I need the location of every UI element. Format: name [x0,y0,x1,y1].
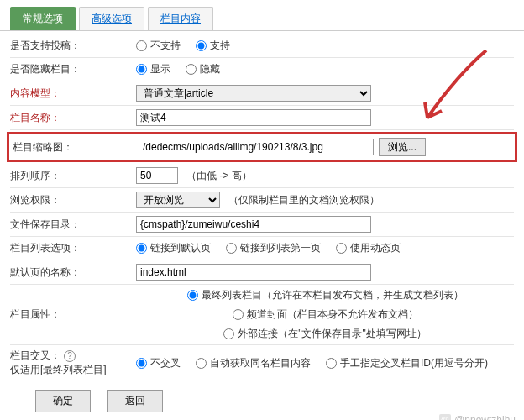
tab-content-link[interactable]: 栏目内容 [160,13,201,24]
input-thumb[interactable] [139,139,374,155]
input-default[interactable] [136,264,371,281]
radio-show[interactable]: 显示 [136,62,170,76]
tab-advanced[interactable]: 高级选项 [79,7,144,30]
radio-attr-external[interactable]: 外部连接（在"文件保存目录"处填写网址） [223,327,427,341]
radio-listopt-default[interactable]: 链接到默认页 [136,241,211,255]
input-order[interactable] [136,167,178,184]
form-body: 是否支持投稿： 不支持 支持 是否隐藏栏目： 显示 隐藏 内容模型： 普通文章|… [0,31,524,420]
input-name[interactable] [136,109,371,126]
back-button[interactable]: 返回 [107,390,163,412]
label-submit: 是否支持投稿： [10,39,136,53]
label-listopt: 栏目列表选项： [10,241,136,255]
radio-hide[interactable]: 隐藏 [186,62,220,76]
label-cross: 栏目交叉：? 仅适用[最终列表栏目] [10,349,136,377]
radio-submit-yes[interactable]: 支持 [196,39,230,53]
radio-cross-auto[interactable]: 自动获取同名栏目内容 [196,356,311,370]
tab-advanced-link[interactable]: 高级选项 [92,13,132,24]
label-perm: 浏览权限： [10,193,136,207]
select-model[interactable]: 普通文章|article [136,85,371,102]
browse-button[interactable]: 浏览... [379,138,426,156]
radio-submit-no[interactable]: 不支持 [136,39,181,53]
radio-attr-list[interactable]: 最终列表栏目（允许在本栏目发布文档，并生成文档列表） [187,288,464,302]
help-icon[interactable]: ? [64,350,76,362]
svg-text:知: 知 [441,416,449,420]
radio-cross-none[interactable]: 不交叉 [136,356,181,370]
label-default: 默认页的名称： [10,265,136,280]
select-perm[interactable]: 开放浏览 [136,192,220,208]
hint-perm: （仅限制栏目里的文档浏览权限） [228,193,380,207]
radio-attr-cover[interactable]: 频道封面（栏目本身不允许发布文档） [233,307,418,322]
hint-order: （由低 -> 高） [186,169,252,183]
radio-listopt-dynamic[interactable]: 使用动态页 [336,241,401,255]
tab-content[interactable]: 栏目内容 [148,7,213,30]
radio-cross-manual[interactable]: 手工指定交叉栏目ID(用逗号分开) [326,356,488,370]
label-hidden: 是否隐藏栏目： [10,62,136,76]
tab-bar: 常规选项 高级选项 栏目内容 [0,0,524,31]
tab-general[interactable]: 常规选项 [10,7,76,30]
label-thumb: 栏目缩略图： [13,140,139,155]
row-thumbnail-highlighted: 栏目缩略图： 浏览... [7,132,517,162]
label-cross-sub: 仅适用[最终列表栏目] [10,364,107,375]
ok-button[interactable]: 确定 [35,390,91,412]
label-model: 内容模型： [10,87,136,101]
input-savepath[interactable] [136,216,371,233]
radio-listopt-first[interactable]: 链接到列表第一页 [226,241,321,255]
footer-buttons: 确定 返回 [10,381,514,420]
watermark: 知 @nnewtzhihu [439,414,516,420]
label-name: 栏目名称： [10,111,136,125]
label-attr: 栏目属性： [10,307,136,322]
zhihu-icon: 知 [439,414,451,420]
label-savepath: 文件保存目录： [10,218,136,232]
label-order: 排列顺序： [10,169,136,183]
